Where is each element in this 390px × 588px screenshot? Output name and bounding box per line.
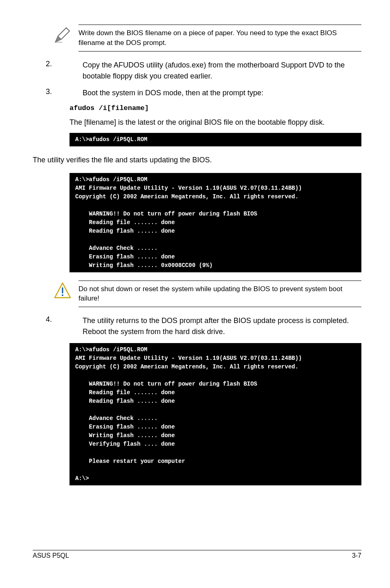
command-text: afudos /i[filename] [69, 104, 361, 112]
svg-point-1 [62, 294, 63, 296]
note-text: Write down the BIOS filename on a piece … [78, 25, 361, 52]
step-number: 3. [33, 88, 83, 99]
note-warning: Do not shut down or reset the system whi… [53, 281, 361, 307]
step-text: The utility returns to the DOS prompt af… [83, 315, 361, 337]
step-number: 4. [33, 315, 83, 337]
terminal-output-2: A:\>afudos /iP5QL.ROM AMI Firmware Updat… [69, 173, 361, 272]
step-text: Boot the system in DOS mode, then at the… [83, 88, 361, 99]
note-tip: Write down the BIOS filename on a piece … [53, 25, 361, 52]
step-2: 2. Copy the AFUDOS utility (afudos.exe) … [33, 60, 361, 82]
warning-icon [53, 281, 72, 300]
description-text: The [filename] is the latest or the orig… [69, 117, 361, 128]
terminal-output-1: A:\>afudos /iP5QL.ROM [69, 133, 361, 146]
warning-text: Do not shut down or reset the system whi… [78, 281, 361, 307]
verify-text: The utility verifies the file and starts… [33, 155, 361, 166]
footer-right: 3-7 [352, 552, 361, 559]
page-footer: ASUS P5QL 3-7 [33, 550, 361, 559]
pencil-icon [53, 25, 72, 44]
terminal-output-3: A:\>afudos /iP5QL.ROM AMI Firmware Updat… [69, 343, 361, 485]
step-text: Copy the AFUDOS utility (afudos.exe) fro… [83, 60, 361, 82]
step-3: 3. Boot the system in DOS mode, then at … [33, 88, 361, 99]
footer-left: ASUS P5QL [33, 552, 69, 559]
step-4: 4. The utility returns to the DOS prompt… [33, 315, 361, 337]
step-number: 2. [33, 60, 83, 82]
